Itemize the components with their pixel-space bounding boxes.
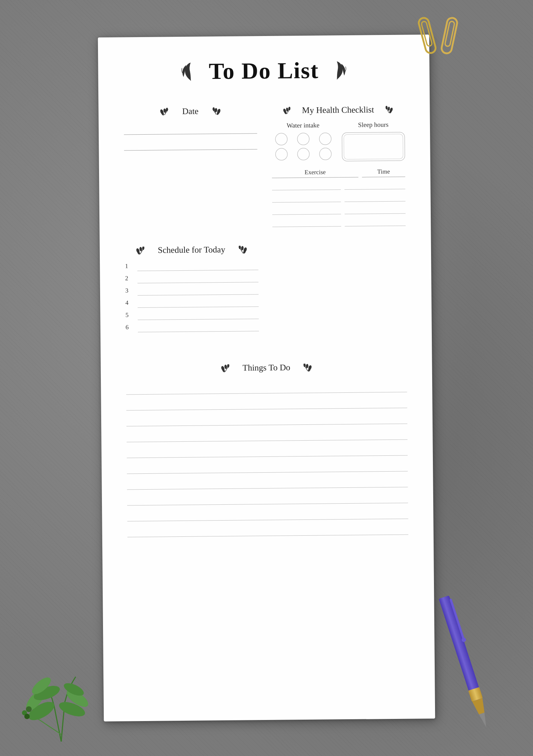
things-wheat-left-icon [220,364,237,372]
date-input-2[interactable] [124,138,257,150]
sleep-hours-section: Sleep hours [342,121,405,162]
schedule-row-3: 3 [125,285,259,296]
svg-rect-0 [418,17,437,54]
time-col-label: Time [362,168,405,177]
water-circles-container [272,132,335,161]
title-section: To Do List [123,57,404,86]
things-wheat-right-icon [295,363,313,371]
date-wheat-right-icon [203,107,221,115]
health-section: My Health Checklist Water intake [271,101,406,230]
things-header: Things To Do [126,362,407,374]
schedule-number-4: 4 [125,299,133,308]
health-wheat-left-icon [282,107,297,114]
schedule-row-6: 6 [126,322,259,332]
exercise-field-3[interactable] [272,205,341,215]
schedule-row-2: 2 [125,273,258,283]
things-line-9[interactable] [127,505,408,522]
exercise-row-3 [272,204,406,215]
svg-point-11 [26,706,32,712]
things-line-2[interactable] [126,395,407,411]
page-title: To Do List [209,57,319,85]
date-label: Date [182,107,199,116]
schedule-number-3: 3 [125,287,133,296]
water-circle-3[interactable] [319,132,331,145]
schedule-row-4: 4 [125,297,259,308]
title-leaf-left-icon [180,61,202,83]
date-wheat-left-icon [159,108,177,116]
svg-point-58 [303,363,306,367]
svg-rect-1 [421,21,433,46]
schedule-input-3[interactable] [138,285,259,296]
water-intake-label: Water intake [272,121,335,130]
date-input[interactable] [124,122,257,135]
paper-document: To Do List [98,35,435,721]
date-header: Date [124,106,257,117]
sleep-hours-label: Sleep hours [342,121,405,129]
things-line-10[interactable] [127,521,408,537]
exercise-field-2[interactable] [272,193,341,203]
svg-rect-15 [439,595,482,702]
schedule-section: Schedule for Today 1 2 [125,244,259,335]
things-line-3[interactable] [126,410,407,427]
schedule-input-4[interactable] [138,297,259,308]
schedule-input-6[interactable] [138,322,259,332]
plant-decoration [22,634,101,742]
health-label: My Health Checklist [302,105,374,115]
water-circle-2[interactable] [297,133,309,145]
schedule-input-2[interactable] [137,273,258,283]
water-circle-6[interactable] [319,148,331,160]
health-subsections: Water intake Sleep hours [272,121,405,162]
water-circle-4[interactable] [275,148,287,160]
pen-decoration [434,594,496,730]
things-line-6[interactable] [127,458,408,474]
things-section: Things To Do [126,362,408,537]
paperclip-decoration [411,11,468,65]
svg-point-48 [238,246,241,249]
schedule-label: Schedule for Today [158,245,225,255]
exercise-col-label: Exercise [272,168,358,178]
exercise-table: Exercise Time [272,168,406,227]
time-field-2[interactable] [345,192,406,202]
schedule-wheat-right-icon [230,246,247,253]
things-line-5[interactable] [127,442,408,458]
date-section: Date [124,102,258,231]
exercise-field-1[interactable] [272,180,341,190]
svg-marker-18 [479,712,489,728]
sleep-box[interactable] [342,132,405,162]
svg-point-13 [24,714,30,719]
exercise-row-2 [272,192,406,203]
things-line-7[interactable] [127,474,408,490]
health-header: My Health Checklist [271,105,404,116]
top-two-column: Date [124,101,406,231]
exercise-row-1 [272,180,405,190]
health-wheat-right-icon [379,105,393,113]
schedule-input-5[interactable] [138,310,259,320]
svg-point-43 [142,246,145,250]
water-circle-1[interactable] [275,133,287,145]
svg-point-32 [286,107,289,112]
middle-two-column: Schedule for Today 1 2 [125,243,407,350]
schedule-number-5: 5 [125,311,133,320]
time-field-4[interactable] [345,217,406,226]
water-intake-section: Water intake [272,121,335,162]
time-field-3[interactable] [345,204,406,214]
schedule-header: Schedule for Today [125,244,258,255]
schedule-wheat-left-icon [135,246,153,254]
svg-point-37 [388,107,390,111]
schedule-number-6: 6 [126,324,133,332]
exercise-field-4[interactable] [272,217,341,227]
things-line-4[interactable] [126,426,407,442]
exercise-header: Exercise Time [272,168,405,178]
water-circle-5[interactable] [297,148,309,160]
schedule-number-2: 2 [125,275,132,283]
time-field-1[interactable] [344,180,405,190]
schedule-rows: 1 2 3 4 5 [125,261,259,332]
things-line-1[interactable] [126,379,407,395]
things-line-8[interactable] [127,490,408,506]
svg-point-53 [227,364,229,368]
things-label: Things To Do [242,363,290,373]
schedule-row-1: 1 [125,261,258,271]
title-leaf-right-icon [326,59,348,81]
middle-right-spacer [273,243,407,348]
schedule-input-1[interactable] [137,261,258,271]
